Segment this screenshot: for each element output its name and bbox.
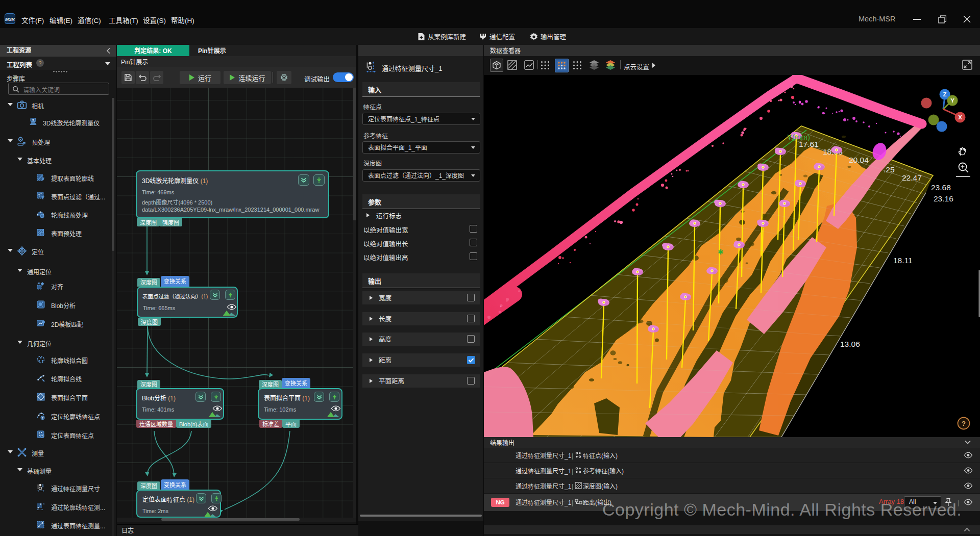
svg-text:20.04: 20.04 — [849, 156, 869, 164]
svg-text:Z: Z — [943, 91, 946, 97]
svg-text:X: X — [958, 114, 962, 120]
svg-text:✱: ✱ — [718, 248, 724, 256]
svg-text:13.06: 13.06 — [840, 340, 860, 348]
svg-text:.25: .25 — [884, 165, 895, 174]
svg-text:23.16: 23.16 — [934, 194, 953, 203]
svg-text:MSR: MSR — [5, 17, 15, 22]
svg-text:18.11: 18.11 — [893, 256, 913, 265]
svg-text:23.68: 23.68 — [931, 183, 951, 192]
svg-text:22.47: 22.47 — [902, 173, 922, 182]
svg-text:?: ? — [962, 420, 966, 427]
svg-text:17.61: 17.61 — [799, 140, 819, 148]
svg-text:Y: Y — [950, 97, 954, 104]
